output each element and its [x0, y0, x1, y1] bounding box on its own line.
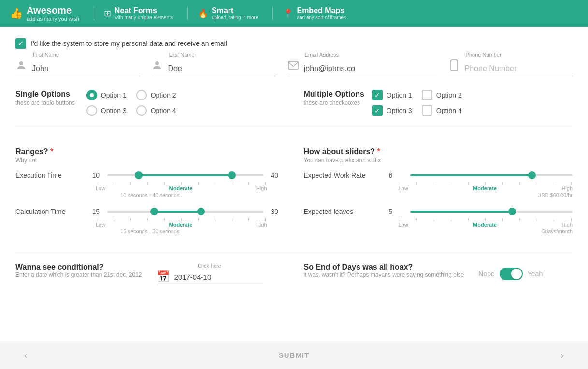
radio-2[interactable]: [136, 90, 147, 100]
last-name-label: Last Name: [169, 52, 194, 57]
main-content: ✓ I'd like the system to store my person…: [0, 27, 588, 341]
divider-2: [15, 253, 573, 253]
work-rate-track[interactable]: [410, 170, 573, 180]
toggle-nope-label: Nope: [478, 270, 494, 278]
multi-option-3[interactable]: ✓ Option 3: [372, 105, 412, 116]
toggle-title: So End of Days was all hoax?: [304, 263, 464, 271]
smart-sub: upload, rating 'n more: [212, 15, 258, 20]
calendar-icon: 📅: [157, 270, 170, 283]
radio-4[interactable]: [136, 105, 147, 116]
toggle-control: Nope Yeah: [478, 268, 543, 280]
toggle-switch[interactable]: [500, 268, 523, 280]
calc-tick-high: High: [256, 222, 267, 227]
multi-option-2-label: Option 2: [436, 91, 462, 99]
phone-icon: [448, 59, 460, 74]
consent-checkbox[interactable]: ✓: [15, 38, 26, 49]
email-icon: [287, 59, 299, 74]
neat-forms-icon: ⊞: [104, 8, 111, 19]
date-toggle-row: Wanna see conditional? Enter a date whic…: [15, 263, 573, 285]
date-field[interactable]: 📅 2017-04-10: [157, 270, 263, 285]
multi-option-2[interactable]: Option 2: [422, 90, 462, 100]
calc-tick-mod: Moderate: [169, 222, 193, 227]
email-input[interactable]: [304, 63, 437, 74]
single-option-4[interactable]: Option 4: [136, 105, 176, 116]
calculation-time-track[interactable]: [107, 207, 263, 216]
expected-leaves-tick-mod: Moderate: [473, 222, 497, 227]
calc-tick-low: Low: [96, 222, 105, 227]
embed-maps-sub: and any sort of iframes: [297, 15, 346, 20]
consent-row: ✓ I'd like the system to store my person…: [15, 38, 573, 49]
nav-embed-maps[interactable]: 📍 Embed Maps and any sort of iframes: [272, 6, 346, 20]
execution-time-label: Execution Time: [15, 171, 78, 179]
date-section: Wanna see conditional? Enter a date whic…: [15, 263, 285, 285]
single-options-section: Single Options these are radio buttons O…: [15, 90, 285, 116]
checkbox-3[interactable]: ✓: [372, 105, 383, 116]
multiple-options-section: Multiple Options these are checkboxes ✓ …: [304, 90, 573, 116]
work-rate-tick-mod: Moderate: [473, 185, 497, 191]
execution-time-track[interactable]: [107, 170, 263, 180]
single-option-3[interactable]: Option 3: [86, 105, 127, 116]
sliders-sub: You can have prefix and suffix: [304, 157, 573, 164]
single-options-grid: Option 1 Option 2 Option 3 Option 4: [86, 90, 176, 116]
prev-button[interactable]: ‹: [19, 348, 32, 363]
smart-title: Smart: [212, 6, 233, 14]
exec-tick-high: High: [256, 185, 267, 191]
sliders-section: How about sliders? * You can have prefix…: [304, 147, 573, 243]
ranges-title: Ranges? *: [15, 147, 285, 156]
execution-time-max: 40: [271, 171, 285, 179]
checkbox-2[interactable]: [422, 90, 432, 100]
first-name-label: First Name: [33, 52, 59, 57]
divider-1: [15, 126, 573, 126]
single-options-sub: these are radio buttons: [15, 99, 75, 106]
email-label: Email Address: [305, 52, 339, 57]
first-name-input[interactable]: [32, 63, 140, 74]
toggle-knob: [511, 269, 522, 279]
calculation-time-desc: 15 seconds - 30 seconds: [15, 228, 285, 234]
ranges-sliders-row: Ranges? * Why not Execution Time 10 40: [15, 136, 573, 243]
phone-input[interactable]: [465, 63, 573, 74]
sliders-title: How about sliders? *: [304, 147, 573, 156]
multi-option-4[interactable]: Option 4: [422, 105, 462, 116]
radio-3[interactable]: [86, 105, 97, 116]
nav-neat-forms[interactable]: ⊞ Neat Forms with many unique elements: [94, 6, 173, 20]
execution-time-range: Execution Time 10 40: [15, 170, 285, 198]
date-value: 2017-04-10: [174, 273, 263, 281]
last-name-input[interactable]: [168, 63, 275, 74]
expected-leaves-tick-low: Low: [399, 222, 408, 227]
multi-option-1[interactable]: ✓ Option 1: [372, 90, 412, 100]
brand-title: Awesome: [27, 5, 72, 15]
single-option-1[interactable]: Option 1: [86, 90, 127, 100]
nav-smart[interactable]: 🔥 Smart upload, rating 'n more: [187, 6, 258, 20]
work-rate-desc: USD $60.00/hr: [304, 192, 573, 198]
phone-label: Phone Number: [466, 52, 502, 57]
last-name-icon: [151, 59, 163, 74]
checkbox-1[interactable]: ✓: [372, 90, 383, 100]
smart-icon: 🔥: [198, 8, 208, 19]
ranges-section: Ranges? * Why not Execution Time 10 40: [15, 147, 285, 243]
single-options-title: Single Options: [15, 90, 75, 99]
toggle-section: So End of Days was all hoax? it was, was…: [304, 263, 573, 285]
last-name-field: Last Name: [151, 59, 275, 76]
radio-1[interactable]: [86, 90, 97, 100]
svg-point-0: [19, 61, 23, 65]
expected-leaves-tick-high: High: [561, 222, 573, 227]
submit-button[interactable]: SUBMIT: [279, 351, 310, 359]
calculation-time-label: Calculation Time: [15, 208, 78, 215]
date-hint: Click here: [198, 263, 221, 269]
expected-leaves-track[interactable]: [410, 207, 573, 216]
multi-option-1-label: Option 1: [387, 91, 412, 99]
calculation-time-min: 15: [86, 208, 100, 215]
toggle-sub: it was, wasn't it? Perhaps mayans were s…: [304, 271, 464, 278]
multiple-options-grid: ✓ Option 1 Option 2 ✓ Option 3 Option 4: [372, 90, 462, 116]
first-name-field: First Name: [15, 59, 140, 76]
multi-option-4-label: Option 4: [436, 107, 462, 114]
checkbox-4[interactable]: [422, 105, 432, 116]
toggle-yeah-label: Yeah: [528, 270, 543, 278]
work-rate-tick-high: High: [561, 185, 573, 191]
email-field: Email Address: [287, 59, 437, 76]
calculation-time-max: 30: [271, 208, 285, 215]
single-option-2[interactable]: Option 2: [136, 90, 176, 100]
next-button[interactable]: ›: [556, 348, 569, 363]
execution-time-desc: 10 seconds - 40 seconds: [15, 192, 285, 198]
expected-leaves-desc: 5days/month: [304, 228, 573, 234]
